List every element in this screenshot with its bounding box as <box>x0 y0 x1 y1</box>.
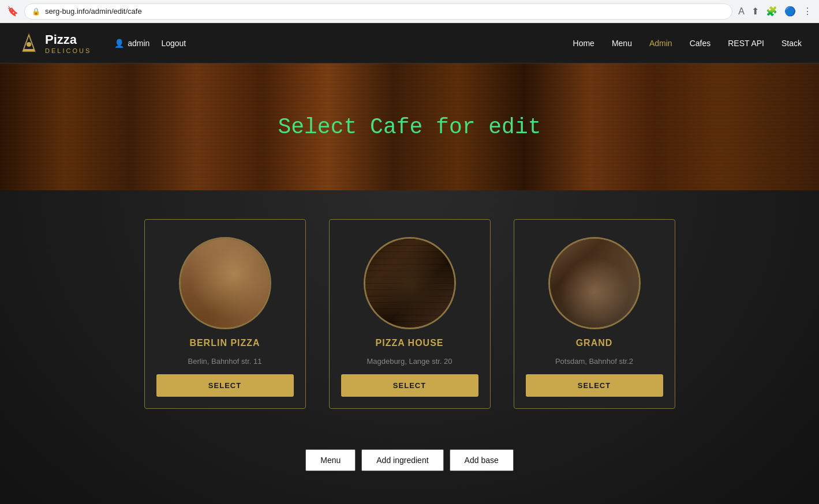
cafes-grid: BERLIN PIZZA Berlin, Bahnhof str. 11 SEL… <box>17 219 802 409</box>
browser-chrome: 🔖 🔒 serg-bug.info/admin/edit/cafe A ⬆ 🧩 … <box>0 0 819 23</box>
nav-left: 👤 admin Logout <box>114 39 573 48</box>
cafe-card-pizza-house: PIZZA HOUSE Magdeburg, Lange str. 20 SEL… <box>329 219 491 409</box>
logo-icon <box>17 32 40 55</box>
cafe-image-container-berlin <box>179 237 271 329</box>
cafe-address-pizza-house: Magdeburg, Lange str. 20 <box>367 357 452 366</box>
cafe-image-berlin <box>181 239 270 328</box>
admin-label: admin <box>128 39 149 48</box>
cafe-image-container-pizza-house <box>364 237 456 329</box>
nav-admin-info: 👤 admin <box>114 39 149 48</box>
logout-link[interactable]: Logout <box>161 39 186 48</box>
cafe-address-berlin: Berlin, Bahnhof str. 11 <box>188 357 262 366</box>
cafe-card-berlin: BERLIN PIZZA Berlin, Bahnhof str. 11 SEL… <box>144 219 306 409</box>
select-button-pizza-house[interactable]: SELECT <box>341 374 478 397</box>
nav-cafes[interactable]: Cafes <box>690 39 711 48</box>
cafe-image-pizza-house <box>365 239 454 328</box>
menu-button[interactable]: Menu <box>305 449 356 471</box>
url-text: serg-bug.info/admin/edit/cafe <box>45 7 142 16</box>
admin-icon: 👤 <box>114 39 124 48</box>
lock-icon: 🔒 <box>32 7 40 16</box>
nav-stack[interactable]: Stack <box>781 39 802 48</box>
select-button-berlin[interactable]: SELECT <box>156 374 294 397</box>
navbar: Pizza DELICOUS 👤 admin Logout Home Menu … <box>0 23 819 63</box>
nav-menu[interactable]: Menu <box>612 39 632 48</box>
cafe-address-grand: Potsdam, Bahnhof str.2 <box>555 357 633 366</box>
cafe-name-berlin: BERLIN PIZZA <box>189 338 260 348</box>
select-button-grand[interactable]: SELECT <box>526 374 663 397</box>
main-content: BERLIN PIZZA Berlin, Bahnhof str. 11 SEL… <box>0 190 819 504</box>
address-bar[interactable]: 🔒 serg-bug.info/admin/edit/cafe <box>24 3 732 20</box>
cafe-name-pizza-house: PIZZA HOUSE <box>376 338 444 348</box>
add-ingredient-button[interactable]: Add ingredient <box>361 449 443 471</box>
bookmark-icon: 🔖 <box>7 6 18 17</box>
footer-buttons: Menu Add ingredient Add base <box>17 438 802 494</box>
hero-title: Select Cafe for edit <box>278 115 541 140</box>
translate-icon[interactable]: A <box>738 6 745 17</box>
extensions-icon[interactable]: 🧩 <box>766 6 777 17</box>
cafe-name-grand: GRAND <box>576 338 613 348</box>
nav-right: Home Menu Admin Cafes REST API Stack <box>573 39 802 48</box>
nav-rest-api[interactable]: REST API <box>728 39 764 48</box>
nav-home[interactable]: Home <box>573 39 594 48</box>
logo[interactable]: Pizza DELICOUS <box>17 32 91 55</box>
profile-icon[interactable]: 🔵 <box>784 6 796 17</box>
hero-section: Select Cafe for edit <box>0 63 819 190</box>
logo-pizza-text: Pizza <box>45 32 91 47</box>
svg-point-2 <box>27 42 31 47</box>
cafe-image-container-grand <box>548 237 641 329</box>
cafe-card-grand: GRAND Potsdam, Bahnhof str.2 SELECT <box>514 219 675 409</box>
browser-right-icons: A ⬆ 🧩 🔵 ⋮ <box>738 6 812 17</box>
cafe-image-grand <box>550 239 639 328</box>
add-base-button[interactable]: Add base <box>450 449 514 471</box>
logo-delicous-text: DELICOUS <box>45 47 91 54</box>
share-icon[interactable]: ⬆ <box>751 6 759 17</box>
more-icon[interactable]: ⋮ <box>803 6 812 17</box>
nav-admin[interactable]: Admin <box>649 39 672 48</box>
